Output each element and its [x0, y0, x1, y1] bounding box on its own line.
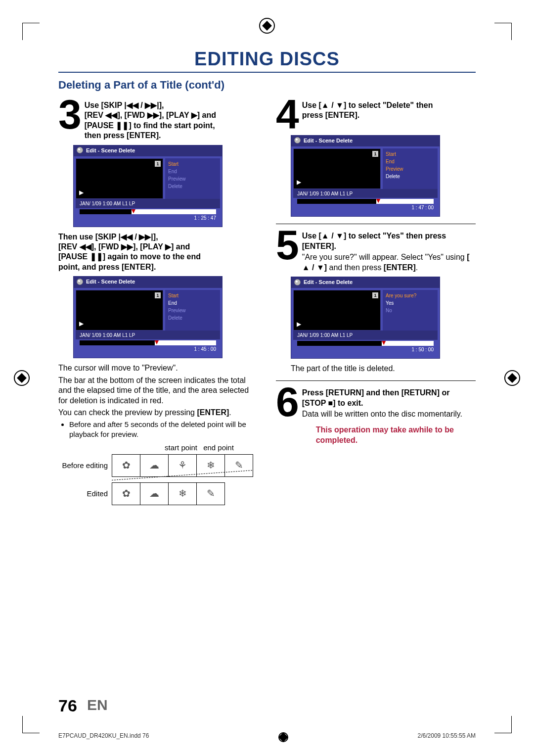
step-number-3: 3	[58, 98, 80, 131]
bullet-item: Before and after 5 seconds of the delete…	[69, 420, 258, 438]
body-text: The part of the title is deleted.	[291, 364, 476, 374]
play-icon: ▶	[165, 242, 171, 252]
up-icon: ▲	[321, 231, 329, 241]
step-number-4: 4	[276, 98, 297, 131]
film-caption: Edited	[58, 489, 108, 498]
elapsed-time: 1 : 47 : 00	[293, 205, 438, 214]
warning-text: This operation may take awhile to be com…	[316, 425, 476, 446]
body-text: The bar at the bottom of the screen indi…	[58, 376, 258, 406]
skip-next-icon: ▶▶|	[139, 232, 153, 242]
scene-delete-panel: Edit - Scene Delete 1▶ Start End Preview…	[291, 135, 440, 217]
footer-center	[278, 732, 288, 742]
film-caption: Before editing	[58, 461, 108, 470]
body-text: The cursor will move to "Preview".	[58, 363, 258, 373]
registration-mark-icon	[14, 370, 30, 386]
elapsed-time: 1 : 50 : 00	[293, 347, 438, 356]
page-lang: EN	[87, 697, 108, 713]
scene-delete-panel: Edit - Scene Delete 1▶ Start End Preview…	[73, 145, 222, 227]
scene-delete-panel: Edit - Scene Delete 1▶ Start End Preview…	[73, 276, 222, 358]
registration-mark-icon	[259, 18, 275, 34]
film-strip-before: ✿☁⚘❄✎	[112, 454, 253, 477]
rev-icon: ◀◀	[80, 242, 91, 252]
page-number: 76	[58, 696, 77, 715]
elapsed-time: 1 : 45 : 00	[76, 346, 220, 356]
scene-delete-panel: Edit - Scene Delete 1▶ Are you sure? Yes…	[291, 277, 440, 359]
body-text: Data will be written onto the disc momen…	[302, 409, 476, 419]
pause-icon: ❚❚	[90, 252, 103, 262]
section-subhead: Deleting a Part of a Title (cont'd)	[58, 79, 476, 92]
play-icon: ▶	[79, 189, 84, 196]
play-icon: ▶	[191, 110, 197, 120]
down-icon: ▼	[316, 263, 324, 273]
film-label: end point	[200, 443, 237, 452]
up-icon: ▲	[302, 263, 310, 273]
up-icon: ▲	[321, 100, 329, 110]
disc-icon	[77, 147, 83, 153]
pause-icon: ❚❚	[116, 121, 129, 131]
step3-line: Use [SKIP	[85, 101, 125, 109]
skip-next-icon: ▶▶|	[145, 100, 159, 110]
step-number-6: 6	[276, 386, 297, 419]
fwd-icon: ▶▶	[121, 242, 133, 252]
page-title: EDITING DISCS	[58, 48, 476, 70]
down-icon: ▼	[336, 100, 344, 110]
film-strip-after: ✿☁❄✎	[112, 482, 225, 505]
footer-right: 2/6/2009 10:55:55 AM	[418, 732, 476, 742]
down-icon: ▼	[336, 231, 344, 241]
rev-icon: ◀◀	[105, 110, 117, 120]
skip-prev-icon: |◀◀	[119, 232, 133, 242]
fwd-icon: ▶▶	[147, 110, 159, 120]
skip-prev-icon: |◀◀	[124, 100, 138, 110]
step-number-5: 5	[276, 229, 297, 262]
stop-icon: ■	[328, 398, 333, 408]
registration-mark-icon	[504, 370, 520, 386]
film-label: start point	[162, 443, 200, 452]
footer-left: E7PCAUD_DR420KU_EN.indd 76	[58, 732, 149, 742]
elapsed-time: 1 : 25 : 47	[76, 215, 220, 225]
